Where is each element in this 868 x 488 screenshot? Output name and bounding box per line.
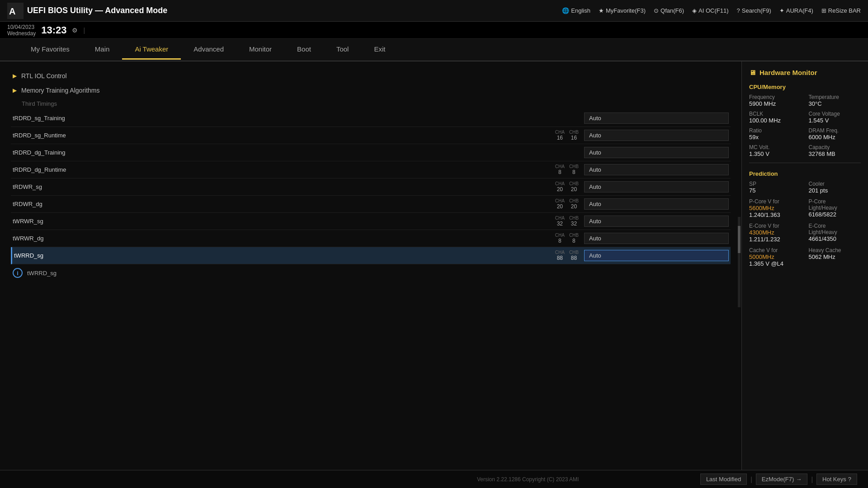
search-icon: ? [737,7,740,14]
capacity-value: 32768 MB [809,150,861,157]
timing-value[interactable]: Auto [584,216,729,227]
sp-label: SP [749,181,802,187]
footer-version: Version 2.22.1286 Copyright (C) 2023 AMI [355,476,700,483]
settings-icon[interactable]: ⚙ [72,27,78,34]
last-modified-label: Last Modified [706,476,741,483]
tab-advanced[interactable]: Advanced [181,40,236,60]
heavy-cache-value: 5062 MHz [809,253,861,260]
timing-label: tWRWR_dg [13,235,555,242]
tool-aura[interactable]: ✦ AURA(F4) [779,7,813,14]
app-title: UEFI BIOS Utility — Advanced Mode [27,6,167,15]
cooler-label: Cooler [809,181,861,187]
section-rtl-iol[interactable]: ▶ RTL IOL Control [11,69,731,83]
tool-resizebar[interactable]: ⊞ ReSize BAR [821,7,861,14]
temperature-value: 30°C [809,100,861,107]
timing-label: tRDRD_dg_Training [13,149,579,156]
hotkeys-label: Hot Keys [822,476,846,483]
svg-text:A: A [9,6,15,16]
info-label: tWRRD_sg [27,270,57,277]
star-icon: ★ [599,7,604,14]
timing-channels: CHA 20 CHB 20 [555,198,579,210]
pcore-light-label: P-Core [809,198,861,205]
timing-value[interactable]: Auto [584,250,729,261]
bclk-value: 100.00 MHz [749,117,802,124]
timing-row-tRDRD_sg_Runtime[interactable]: tRDRD_sg_Runtime CHA 16 CHB 16 Auto [11,127,731,144]
cpu-memory-section-title: CPU/Memory [749,84,861,90]
timing-label: tRDRD_dg_Runtime [13,166,555,173]
ezmode-label: EzMode(F7) [762,476,794,483]
globe-icon: 🌐 [562,7,569,14]
tab-monitor[interactable]: Monitor [236,40,284,60]
section-memory-training[interactable]: ▶ Memory Training Algorithms [11,83,731,98]
ecore-v-value: 1.211/1.232 [749,236,802,243]
monitor-icon: 🖥 [749,69,756,76]
hotkeys-icon: ? [848,476,851,483]
main-layout: ▶ RTL IOL Control ▶ Memory Training Algo… [0,61,868,470]
tab-boot[interactable]: Boot [284,40,324,60]
timing-row-tRDRD_dg_Runtime[interactable]: tRDRD_dg_Runtime CHA 8 CHB 8 Auto [11,161,731,178]
ratio-label: Ratio [749,127,802,134]
timing-value[interactable]: Auto [584,181,729,192]
ezmode-button[interactable]: EzMode(F7) → [756,474,808,485]
timing-value[interactable]: Auto [584,130,729,141]
tab-tool[interactable]: Tool [324,40,362,60]
timing-label: tRDRD_sg_Training [13,115,579,122]
timing-row-tWRWR_sg[interactable]: tWRWR_sg CHA 32 CHB 32 Auto [11,213,731,230]
tool-myfavorite[interactable]: ★ MyFavorite(F3) [599,7,646,14]
asus-logo-icon: A [7,3,24,19]
ecore-grid: E-Core V for 4300MHz 1.211/1.232 E-Core … [749,223,861,243]
timing-value[interactable]: Auto [584,233,729,244]
timing-row-tWRWR_dg[interactable]: tWRWR_dg CHA 8 CHB 8 Auto [11,230,731,247]
ecore-light-label: E-Core [809,223,861,229]
temperature-label: Temperature [809,94,861,100]
app-logo: A UEFI BIOS Utility — Advanced Mode [7,3,167,19]
arrow-icon: ▶ [13,87,17,94]
timing-row-tWRRD_sg[interactable]: tWRRD_sg CHA 88 CHB 88 Auto [11,247,731,264]
timing-row-tRDWR_dg[interactable]: tRDWR_dg CHA 20 CHB 20 Auto [11,196,731,213]
ecore-light-sublabel: Light/Heavy [809,229,861,235]
tool-qfan[interactable]: ⊙ Qfan(F6) [654,7,684,14]
scroll-thumb[interactable] [738,226,741,253]
tool-aioc[interactable]: ◈ AI OC(F11) [692,7,728,14]
ecore-light-value: 4661/4350 [809,235,861,242]
tab-my-favorites[interactable]: My Favorites [18,40,82,60]
heavy-cache-label: Heavy Cache [809,247,861,253]
footer-separator: | [809,476,815,483]
sp-value: 75 [749,187,802,194]
timing-value[interactable]: Auto [584,113,729,124]
fan-icon: ⊙ [654,7,659,14]
arrow-icon: ▶ [13,73,17,79]
timing-value[interactable]: Auto [584,147,729,158]
footer: Version 2.22.1286 Copyright (C) 2023 AMI… [0,470,868,488]
hotkeys-button[interactable]: Hot Keys ? [816,474,857,485]
cache-v-label: Cache V for [749,247,802,253]
bclk-label: BCLK [749,111,802,117]
date-display: 10/04/2023 Wednesday [7,24,36,37]
sidebar-title: 🖥 Hardware Monitor [749,69,861,76]
tool-english[interactable]: 🌐 English [562,7,590,14]
timing-label: tWRRD_sg [14,252,555,259]
timing-label: tWRWR_sg [13,218,555,225]
timing-value[interactable]: Auto [584,164,729,175]
pcore-v-label: P-Core V for [749,198,802,205]
tool-search[interactable]: ? Search(F9) [737,7,771,14]
timing-row-tRDRD_sg_Training[interactable]: tRDRD_sg_Training Auto [11,110,731,127]
time-display: 13:23 [41,24,66,36]
cooler-value: 201 pts [809,187,861,194]
cache-v-value: 1.365 V @L4 [749,260,802,267]
tab-ai-tweaker[interactable]: Ai Tweaker [122,40,181,60]
last-modified-button[interactable]: Last Modified [700,474,747,485]
ecore-v-label: E-Core V for [749,223,802,229]
scrollbar[interactable] [738,217,741,307]
mc-volt-label: MC Volt. [749,144,802,150]
cache-freq-label: 5000MHz [749,253,802,260]
pcore-light-value: 6168/5822 [809,211,861,218]
timing-row-tRDRD_dg_Training[interactable]: tRDRD_dg_Training Auto [11,144,731,161]
timing-channels: CHA 8 CHB 8 [555,233,579,244]
timing-value[interactable]: Auto [584,198,729,210]
tab-main[interactable]: Main [82,40,123,60]
tab-exit[interactable]: Exit [361,40,398,60]
timing-channels: CHA 8 CHB 8 [555,164,579,175]
timing-row-tRDWR_sg[interactable]: tRDWR_sg CHA 20 CHB 20 Auto [11,178,731,196]
memory-training-label: Memory Training Algorithms [21,87,100,94]
